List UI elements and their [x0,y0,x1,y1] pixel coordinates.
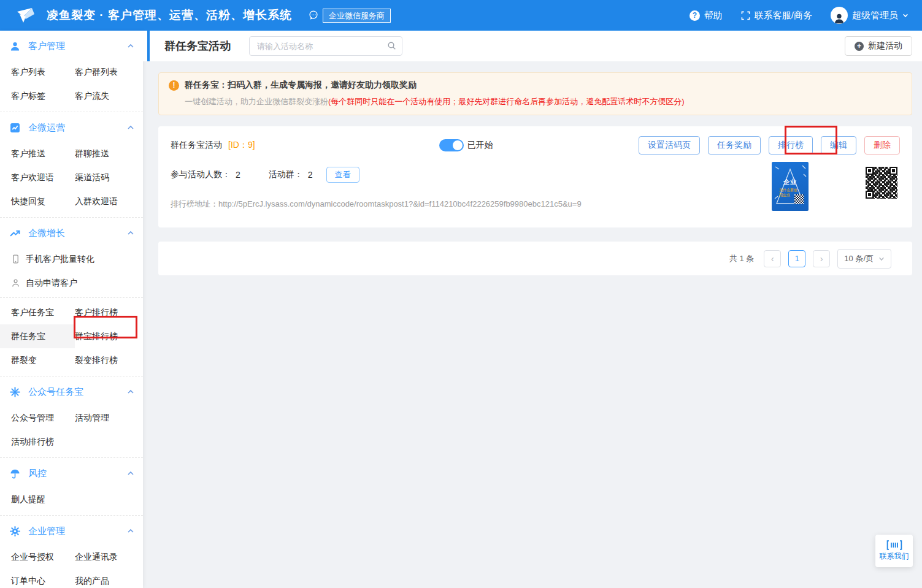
sidebar-header-wecom-growth[interactable]: 企微增长 [0,219,143,247]
pagination-bar: 共 1 条 ‹ 1 › 10 条/页 [158,242,912,275]
service-badge-group: 企业微信服务商 [308,9,391,23]
topbar: 凌鱼裂变 · 客户管理、运营、活粉、增长系统 企业微信服务商 ? 帮助 [0,0,922,31]
setup-livecode-page-button[interactable]: 设置活码页 [639,136,700,155]
main-content: ! 群任务宝：扫码入群，生成专属海报，邀请好友助力领取奖励 一键创建活动，助力企… [143,61,922,588]
sidebar-item-order-center[interactable]: 订单中心 [0,569,75,588]
section-title: 企微运营 [28,122,65,134]
edit-button[interactable]: 编辑 [821,136,856,155]
search-box [249,36,402,56]
alert-banner: ! 群任务宝：扫码入群，生成专属海报，邀请好友助力领取奖励 一键创建活动，助力企… [158,72,912,115]
sidebar-item-my-products[interactable]: 我的产品 [75,569,143,588]
empty-cell [75,430,143,454]
chevron-up-icon[interactable] [127,527,134,535]
sidebar-item-phone-batch-convert[interactable]: 手机客户批量转化 [0,247,143,271]
sidebar-item-fission-ranking[interactable]: 裂变排行榜 [75,348,143,372]
alert-description: 一键创建活动，助力企业微信群裂变涨粉(每个群同时只能在一个活动有使用；最好先对群… [185,96,902,107]
barcode-icon [886,540,902,550]
alert-desc-warning: (每个群同时只能在一个活动有使用；最好先对群进行命名后再参加活动，避免配置话术时… [328,97,685,106]
sidebar-header-customer-management[interactable]: 客户管理 [0,32,143,60]
plus-icon: + [855,42,864,51]
sidebar-item-activity-mgmt[interactable]: 活动管理 [75,406,143,430]
alert-desc-gray: 一键创建活动，助力企业微信群裂变涨粉 [185,97,328,106]
page-size-select[interactable]: 10 条/页 [837,249,891,269]
new-activity-button[interactable]: + 新建活动 [845,36,912,56]
sidebar-section-official-account-taskbao: 公众号任务宝 公众号管理 活动管理 活动排行榜 [0,376,143,458]
umbrella-icon [10,468,20,479]
ranking-button[interactable]: 排行榜 [769,136,813,155]
sidebar-item-auto-apply-customer[interactable]: 自动申请客户 [0,271,143,295]
divider [0,297,143,298]
qr-finder-icon [889,167,897,175]
next-page-button[interactable]: › [813,250,830,267]
prev-page-button[interactable]: ‹ [764,250,781,267]
sidebar-header-risk-control[interactable]: 风控 [0,459,143,487]
help-link[interactable]: ? 帮助 [690,10,723,21]
status-toggle[interactable] [439,139,464,151]
chevron-up-icon[interactable] [127,124,134,131]
title-accent-bar [147,31,150,61]
chart-icon [10,123,20,133]
sidebar-item-customer-welcome[interactable]: 客户欢迎语 [0,166,75,189]
activity-card: 群任务宝活动 [ID：9] 已开始 设置活码页 任务奖励 排行榜 编辑 删除 参… [158,126,912,227]
current-page-button[interactable]: 1 [788,250,805,267]
chat-bubble-icon [308,10,319,21]
search-input[interactable] [249,36,402,56]
contact-us-float[interactable]: 联系我们 [875,535,913,567]
sidebar-item-customer-list[interactable]: 客户列表 [0,60,75,84]
gear-icon [10,526,20,536]
chevron-up-icon[interactable] [127,229,134,237]
sidebar-item-customer-tags[interactable]: 客户标签 [0,84,75,108]
sidebar-item-customer-taskbao[interactable]: 客户任务宝 [0,300,75,324]
sidebar-item-label: 手机客户批量转化 [26,254,94,265]
contact-support-link[interactable]: 联系客服/商务 [741,10,812,21]
topbar-right: ? 帮助 联系客服/商务 超级管 [690,7,909,24]
chevron-up-icon[interactable] [127,388,134,395]
sidebar-header-official-account-taskbao[interactable]: 公众号任务宝 [0,378,143,406]
poster-thumbnail[interactable]: 企业 为什么要使 用企业 [772,162,809,211]
chevron-up-icon[interactable] [127,470,134,477]
sidebar-item-group-welcome[interactable]: 入群欢迎语 [75,189,143,213]
sidebar-header-enterprise-management[interactable]: 企业管理 [0,517,143,545]
sidebar-item-activity-ranking[interactable]: 活动排行榜 [0,430,75,454]
section-title: 风控 [28,468,47,479]
chevron-down-icon [902,12,909,18]
sidebar-item-customer-group-list[interactable]: 客户群列表 [75,60,143,84]
chevron-up-icon[interactable] [127,42,134,50]
sidebar-item-official-account-mgmt[interactable]: 公众号管理 [0,406,75,430]
groups-value: 2 [308,170,313,180]
sidebar-item-customer-churn[interactable]: 客户流失 [75,84,143,108]
sidebar-item-enterprise-contacts[interactable]: 企业通讯录 [75,545,143,569]
sidebar-item-group-fission[interactable]: 群裂变 [0,348,75,372]
sidebar-item-group-chat-push[interactable]: 群聊推送 [75,142,143,166]
view-button[interactable]: 查看 [326,167,359,183]
help-label: 帮助 [704,10,723,21]
section-title: 企微增长 [28,227,65,239]
user-menu[interactable]: 超级管理员 [831,7,909,24]
task-reward-button[interactable]: 任务奖励 [708,136,761,155]
participants-value: 2 [236,170,240,180]
app: 凌鱼裂变 · 客户管理、运营、活粉、增长系统 企业微信服务商 ? 帮助 [0,0,922,588]
sidebar-item-customer-push[interactable]: 客户推送 [0,142,75,166]
search-icon[interactable] [387,41,396,50]
question-icon: ? [690,10,700,21]
delete-button[interactable]: 删除 [864,136,900,155]
sidebar-item-group-taskbao-ranking[interactable]: 群宝排行榜 [75,324,143,348]
sidebar-item-delete-reminder[interactable]: 删人提醒 [0,487,75,511]
empty-cell [75,487,143,511]
ranking-url[interactable]: http://5pErcJ.lysass.com/dynamiccode/roo… [218,199,582,208]
sidebar-item-channel-livecode[interactable]: 渠道活码 [75,166,143,189]
sidebar-item-group-taskbao[interactable]: 群任务宝 [0,324,75,348]
qr-finder-icon [866,191,874,199]
sidebar-item-quick-reply[interactable]: 快捷回复 [0,189,75,213]
activity-actions: 设置活码页 任务奖励 排行榜 编辑 删除 [639,136,900,155]
sidebar-item-enterprise-auth[interactable]: 企业号授权 [0,545,75,569]
qr-code[interactable] [866,167,897,199]
pagination-total: 共 1 条 [729,253,754,264]
activity-id-badge: [ID：9] [228,140,255,151]
poster-subtitle-2: 用企业 [779,193,790,198]
sidebar-header-wecom-operation[interactable]: 企微运营 [0,113,143,142]
status-toggle-group: 已开始 [439,139,493,151]
sidebar-item-customer-ranking[interactable]: 客户排行榜 [75,300,143,324]
wecom-provider-badge: 企业微信服务商 [323,9,391,23]
sidebar-section-customer-management: 客户管理 客户列表 客户群列表 客户标签 客户流失 [0,31,143,112]
